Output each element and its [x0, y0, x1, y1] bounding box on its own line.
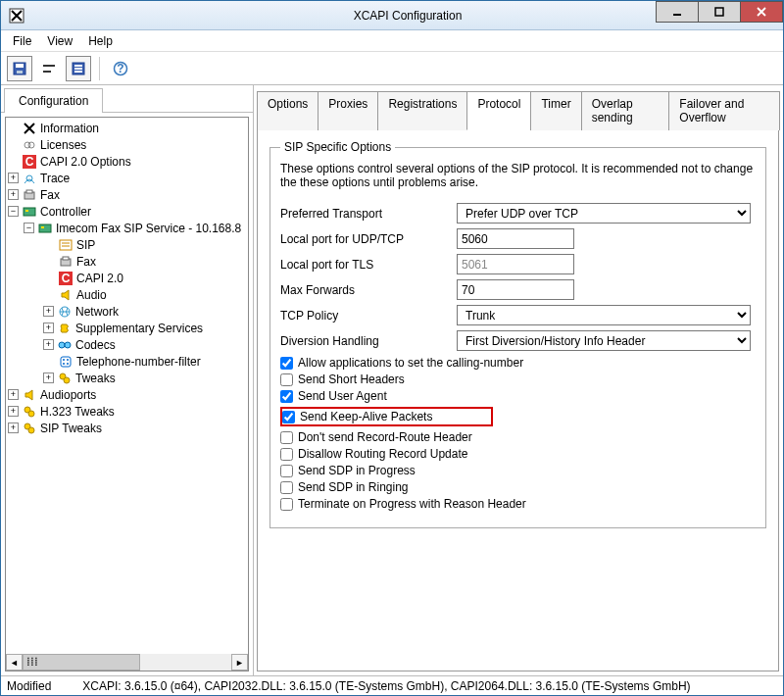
horizontal-scrollbar[interactable]: ◄ ⁞⁞⁞ ►	[6, 654, 248, 671]
expand-icon[interactable]: +	[43, 306, 54, 317]
chk-allow-calling-number[interactable]	[280, 357, 293, 370]
tcp-policy-select[interactable]: Trunk	[457, 305, 751, 325]
tree-item-licenses[interactable]: Licenses	[6, 136, 248, 153]
tree-item-trace[interactable]: +Trace	[6, 170, 248, 186]
preferred-transport-select[interactable]: Prefer UDP over TCP	[457, 203, 751, 224]
tab-configuration[interactable]: Configuration	[4, 88, 103, 113]
tree-item-capi20[interactable]: CCAPI 2.0	[6, 270, 248, 286]
close-button[interactable]	[740, 1, 783, 23]
tree-item-supplementary[interactable]: +Supplementary Services	[6, 320, 248, 336]
tree-item-network[interactable]: +Network	[6, 303, 248, 320]
tree-item-siptweaks[interactable]: +SIP Tweaks	[6, 420, 248, 436]
tab-protocol[interactable]: Protocol	[466, 91, 531, 130]
menu-file[interactable]: File	[7, 32, 37, 50]
chk-record-route[interactable]	[280, 431, 293, 444]
app-window: XCAPI Configuration File View Help ?	[0, 0, 784, 696]
menu-view[interactable]: View	[41, 32, 78, 50]
chk-recordroute-label: Don't send Record-Route Header	[298, 430, 472, 444]
toolbar-button-3[interactable]	[66, 56, 91, 81]
tweaks-icon	[22, 405, 37, 419]
scroll-thumb[interactable]: ⁞⁞⁞	[23, 654, 140, 671]
expand-icon[interactable]: +	[8, 189, 19, 200]
minimize-button[interactable]	[656, 1, 699, 23]
tree-item-service[interactable]: −Imecom Fax SIP Service - 10.168.8	[6, 220, 248, 236]
tree-item-controller[interactable]: −Controller	[6, 203, 248, 220]
chk-user-agent[interactable]	[280, 390, 293, 403]
status-version: XCAPI: 3.6.15.0 (¤64), CAPI2032.DLL: 3.6…	[82, 679, 690, 693]
local-port-tls-input	[457, 254, 574, 274]
tree-item-audioports[interactable]: +Audioports	[6, 386, 248, 403]
tab-options[interactable]: Options	[257, 91, 318, 130]
tree-item-tnf[interactable]: Telephone-number-filter	[6, 353, 248, 370]
help-button[interactable]: ?	[108, 56, 133, 81]
tree-item-fax2[interactable]: Fax	[6, 253, 248, 270]
body: Configuration Information Licenses CCAPI…	[1, 85, 783, 675]
maximize-button[interactable]	[698, 1, 741, 23]
svg-rect-9	[74, 65, 82, 67]
chk-terminate[interactable]	[280, 498, 293, 511]
scroll-left-button[interactable]: ◄	[6, 654, 23, 671]
max-forwards-input[interactable]	[457, 279, 574, 300]
expand-icon[interactable]: +	[43, 373, 54, 383]
chk-short-headers[interactable]	[280, 373, 293, 386]
toolbar-button-2[interactable]	[36, 56, 62, 81]
expand-icon[interactable]: +	[8, 406, 19, 417]
left-pane: Configuration Information Licenses CCAPI…	[1, 85, 254, 675]
local-port-udp-input[interactable]	[457, 228, 574, 249]
svg-point-34	[59, 342, 65, 348]
svg-rect-29	[63, 257, 69, 260]
svg-point-44	[28, 411, 34, 417]
tab-timer[interactable]: Timer	[530, 91, 581, 130]
fax-icon	[58, 255, 74, 269]
tree-view[interactable]: Information Licenses CCAPI 2.0 Options +…	[5, 117, 249, 671]
tree-item-information[interactable]: Information	[6, 120, 248, 136]
audio-icon	[22, 388, 37, 402]
collapse-icon[interactable]: −	[24, 223, 34, 233]
chk-sdp-ringing-label: Send SDP in Ringing	[298, 480, 409, 494]
svg-rect-5	[17, 71, 23, 74]
title-bar: XCAPI Configuration	[1, 1, 783, 30]
svg-point-42	[64, 377, 70, 383]
toolbar: ?	[1, 52, 783, 85]
scroll-right-button[interactable]: ►	[231, 654, 248, 671]
collapse-icon[interactable]: −	[8, 206, 19, 217]
phone-filter-icon	[58, 355, 74, 369]
tab-failover[interactable]: Failover and Overflow	[668, 91, 780, 130]
tree-item-audio[interactable]: Audio	[6, 286, 248, 303]
capi-icon: C	[58, 272, 74, 285]
save-button[interactable]	[7, 56, 32, 81]
capi-icon: C	[22, 155, 37, 169]
tree-item-codecs[interactable]: +Codecs	[6, 336, 248, 353]
chk-disallow-routing[interactable]	[280, 448, 293, 461]
svg-point-39	[63, 363, 65, 365]
diversion-select[interactable]: First Diversion/History Info Header	[457, 330, 751, 351]
tree-item-sip[interactable]: SIP	[6, 236, 248, 253]
status-modified: Modified	[7, 679, 51, 693]
expand-icon[interactable]: +	[8, 173, 19, 183]
expand-icon[interactable]: +	[43, 323, 54, 333]
local-port-udp-label: Local port for UDP/TCP	[280, 232, 457, 246]
menu-help[interactable]: Help	[82, 32, 119, 50]
chk-short-label: Send Short Headers	[298, 373, 405, 386]
svg-rect-25	[60, 240, 72, 250]
chk-sdp-ringing[interactable]	[280, 481, 293, 494]
svg-rect-24	[41, 226, 44, 228]
tree-item-tweaks[interactable]: +Tweaks	[6, 370, 248, 386]
expand-icon[interactable]: +	[43, 339, 54, 350]
expand-icon[interactable]: +	[8, 389, 19, 400]
chk-sdp-progress[interactable]	[280, 465, 293, 477]
tab-overlap[interactable]: Overlap sending	[581, 91, 670, 130]
sip-icon	[58, 238, 74, 252]
expand-icon[interactable]: +	[8, 423, 19, 433]
chk-keep-alive[interactable]	[282, 411, 295, 423]
scroll-track[interactable]: ⁞⁞⁞	[23, 654, 231, 671]
tree-item-capi20-options[interactable]: CCAPI 2.0 Options	[6, 153, 248, 170]
tweaks-icon	[57, 372, 73, 385]
tree-item-h323[interactable]: +H.323 Tweaks	[6, 403, 248, 420]
tab-proxies[interactable]: Proxies	[318, 91, 378, 130]
preferred-transport-label: Preferred Transport	[280, 207, 457, 221]
tab-registrations[interactable]: Registrations	[377, 91, 467, 130]
max-forwards-label: Max Forwards	[280, 283, 457, 297]
license-icon	[22, 138, 37, 152]
tree-item-fax[interactable]: +Fax	[6, 186, 248, 203]
